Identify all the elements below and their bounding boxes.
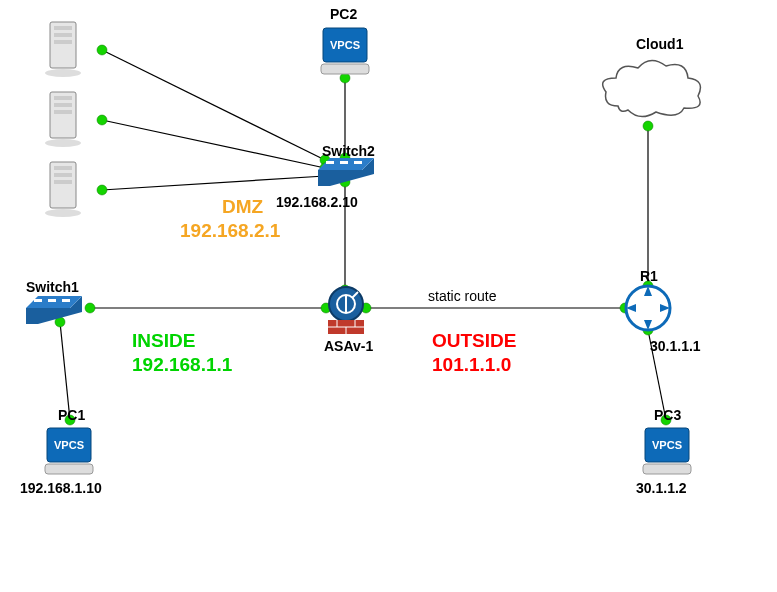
pc-icon: VPCS (42, 424, 96, 482)
inside-zone-name: INSIDE (132, 330, 195, 352)
server-icon (40, 18, 100, 84)
pc1-label: PC1 (58, 407, 85, 423)
svg-rect-51 (354, 161, 362, 164)
static-route-label: static route (428, 288, 496, 304)
svg-point-34 (45, 69, 81, 77)
svg-line-9 (60, 322, 70, 420)
switch2-ip: 192.168.2.10 (276, 194, 358, 210)
vpcs-badge: VPCS (54, 439, 84, 451)
svg-point-20 (85, 303, 95, 313)
server-icon (40, 158, 100, 224)
switch-icon (26, 296, 82, 330)
svg-rect-50 (340, 161, 348, 164)
vpcs-badge: VPCS (330, 39, 360, 51)
server-icon (40, 88, 100, 154)
svg-rect-37 (54, 103, 72, 107)
svg-rect-74 (643, 464, 691, 474)
outside-zone-ip: 101.1.1.0 (432, 354, 511, 376)
svg-rect-42 (54, 173, 72, 177)
switch-icon (318, 158, 374, 192)
svg-rect-38 (54, 110, 72, 114)
r1-ip: 30.1.1.1 (650, 338, 701, 354)
svg-rect-31 (54, 26, 72, 30)
pc-icon: VPCS (640, 424, 694, 482)
outside-zone-name: OUTSIDE (432, 330, 516, 352)
r1-label: R1 (640, 268, 658, 284)
svg-rect-41 (54, 166, 72, 170)
pc3-label: PC3 (654, 407, 681, 423)
inside-zone-ip: 192.168.1.1 (132, 354, 232, 376)
svg-rect-55 (48, 299, 56, 302)
pc-icon: VPCS (318, 24, 372, 82)
svg-rect-46 (321, 64, 369, 74)
switch2-label: Switch2 (322, 143, 375, 159)
network-diagram: PC2 VPCS Switch2 192.168.2.10 Cloud1 Swi… (0, 0, 777, 592)
firewall-icon (322, 286, 370, 342)
svg-rect-32 (54, 33, 72, 37)
dmz-zone-ip: 192.168.2.1 (180, 220, 280, 242)
cloud1-label: Cloud1 (636, 36, 683, 52)
svg-rect-56 (62, 299, 70, 302)
svg-rect-72 (45, 464, 93, 474)
pc3-ip: 30.1.1.2 (636, 480, 687, 496)
pc2-label: PC2 (330, 6, 357, 22)
svg-point-39 (45, 139, 81, 147)
svg-line-2 (102, 176, 325, 190)
svg-rect-36 (54, 96, 72, 100)
svg-rect-43 (54, 180, 72, 184)
svg-rect-49 (326, 161, 334, 164)
dmz-zone-name: DMZ (222, 196, 263, 218)
vpcs-badge: VPCS (652, 439, 682, 451)
svg-point-44 (45, 209, 81, 217)
svg-rect-54 (34, 299, 42, 302)
cloud-icon (598, 56, 708, 130)
asa-label: ASAv-1 (324, 338, 373, 354)
svg-rect-33 (54, 40, 72, 44)
switch1-label: Switch1 (26, 279, 79, 295)
pc1-ip: 192.168.1.10 (20, 480, 102, 496)
router-icon (624, 284, 672, 336)
